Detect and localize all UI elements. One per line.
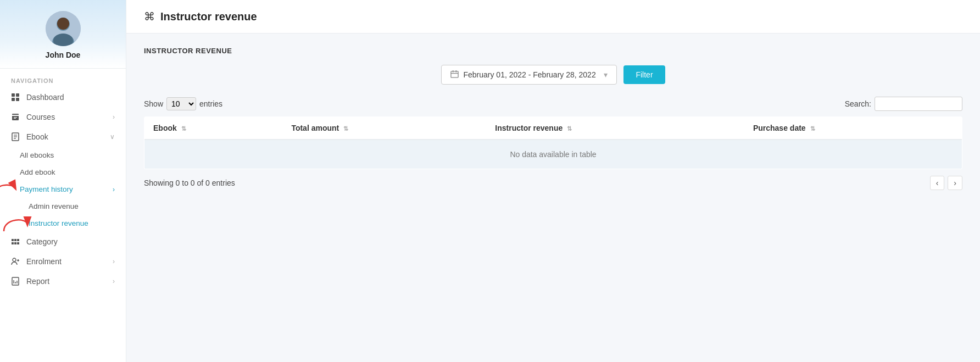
search-box: Search:: [845, 97, 962, 111]
ebook-icon: [11, 132, 20, 141]
show-entries: Show 10 25 50 100 entries: [144, 97, 222, 110]
date-range-chevron-icon: ▾: [604, 70, 608, 79]
table-row-empty: No data available in table: [144, 140, 962, 169]
red-arrow-payment: [0, 177, 21, 199]
svg-rect-7: [12, 98, 15, 101]
ebook-chevron-icon: ∨: [110, 133, 115, 141]
ebook-submenu: All ebooks Add ebook Payment history ›: [0, 147, 126, 232]
sidebar-item-courses-label: Courses: [26, 113, 55, 121]
enrolment-chevron-icon: ›: [113, 258, 115, 265]
instructor-sort-icon: ⇅: [567, 125, 572, 132]
filter-button[interactable]: Filter: [623, 65, 665, 84]
dashboard-icon: [11, 93, 20, 102]
pagination: ‹ ›: [930, 176, 962, 190]
svg-rect-5: [12, 93, 15, 97]
payment-history-chevron-icon: ›: [113, 186, 115, 193]
table-header: Ebook ⇅ Total amount ⇅ Instructor revenu…: [144, 117, 962, 140]
sidebar-item-payment-history-label: Payment history: [20, 185, 73, 193]
search-label: Search:: [845, 99, 871, 108]
calendar-icon: [450, 70, 459, 80]
sidebar-header: John Doe: [0, 0, 126, 69]
sidebar-item-all-ebooks[interactable]: All ebooks: [20, 147, 126, 164]
sidebar-item-dashboard-label: Dashboard: [26, 93, 64, 102]
ebook-sort-icon: ⇅: [181, 125, 186, 132]
sidebar-item-enrolment-label: Enrolment: [26, 257, 62, 266]
report-icon: [11, 277, 20, 286]
svg-rect-20: [451, 71, 458, 77]
sidebar-item-report[interactable]: Report ›: [0, 271, 126, 291]
sidebar-item-ebook[interactable]: Ebook ∨: [0, 127, 126, 147]
next-page-button[interactable]: ›: [948, 176, 962, 190]
col-purchase-date[interactable]: Purchase date ⇅: [744, 117, 962, 140]
sidebar-item-instructor-revenue-label: Instructor revenue: [29, 219, 88, 227]
page-title: Instructor revenue: [160, 10, 257, 23]
date-range-value: February 01, 2022 - February 28, 2022: [463, 70, 595, 79]
svg-rect-8: [16, 98, 19, 101]
sidebar-item-enrolment[interactable]: Enrolment ›: [0, 252, 126, 271]
table-controls: Show 10 25 50 100 entries Search:: [144, 97, 962, 111]
page-header-icon: ⌘: [144, 10, 155, 23]
show-label: Show: [144, 99, 163, 108]
date-range-picker[interactable]: February 01, 2022 - February 28, 2022 ▾: [441, 65, 617, 85]
sidebar-item-admin-revenue-label: Admin revenue: [29, 202, 79, 210]
sidebar-item-courses[interactable]: Courses ›: [0, 107, 126, 127]
sidebar-item-category[interactable]: Category: [0, 232, 126, 252]
sidebar-item-add-ebook-label: Add ebook: [20, 168, 55, 176]
sidebar-item-add-ebook[interactable]: Add ebook: [20, 164, 126, 181]
sidebar-item-instructor-revenue[interactable]: Instructor revenue: [29, 215, 126, 232]
purchase-sort-icon: ⇅: [810, 125, 815, 132]
data-table: Ebook ⇅ Total amount ⇅ Instructor revenu…: [144, 116, 962, 169]
page-header: ⌘ Instructor revenue: [126, 0, 980, 34]
total-sort-icon: ⇅: [343, 125, 348, 132]
prev-page-button[interactable]: ‹: [930, 176, 945, 190]
entries-select[interactable]: 10 25 50 100: [166, 97, 196, 110]
report-chevron-icon: ›: [113, 277, 115, 285]
search-input[interactable]: [875, 97, 962, 111]
filter-row: February 01, 2022 - February 28, 2022 ▾ …: [144, 65, 962, 85]
sidebar-item-report-label: Report: [26, 277, 49, 286]
table-body: No data available in table: [144, 140, 962, 169]
payment-submenu: Admin revenue Instructor revenue: [20, 198, 126, 232]
svg-point-3: [57, 18, 69, 30]
sidebar-item-category-label: Category: [26, 237, 58, 246]
courses-icon: [11, 113, 20, 121]
category-icon: [11, 237, 20, 246]
sidebar-item-ebook-label: Ebook: [26, 132, 48, 141]
showing-entries: Showing 0 to 0 of 0 entries: [144, 179, 235, 187]
sidebar-item-all-ebooks-label: All ebooks: [20, 151, 54, 159]
sidebar-item-payment-history-wrapper: Payment history ›: [20, 181, 126, 198]
svg-point-13: [13, 258, 16, 261]
col-total-amount[interactable]: Total amount ⇅: [282, 117, 486, 140]
svg-rect-16: [12, 277, 19, 285]
sidebar-item-dashboard[interactable]: Dashboard: [0, 87, 126, 107]
sidebar-item-admin-revenue[interactable]: Admin revenue: [29, 198, 126, 215]
svg-rect-6: [16, 93, 19, 97]
avatar: [46, 11, 81, 46]
empty-message: No data available in table: [144, 140, 962, 169]
sidebar-item-instructor-revenue-wrapper: Instructor revenue: [29, 215, 126, 232]
col-ebook[interactable]: Ebook ⇅: [144, 117, 283, 140]
sidebar: John Doe NAVIGATION Dashboard Courses › …: [0, 0, 126, 362]
nav-section-label: NAVIGATION: [0, 69, 126, 87]
table-footer: Showing 0 to 0 of 0 entries ‹ ›: [144, 176, 962, 190]
content-area: INSTRUCTOR REVENUE February 01, 2022 - F…: [126, 34, 980, 362]
user-name: John Doe: [46, 51, 81, 59]
main-content: ⌘ Instructor revenue INSTRUCTOR REVENUE …: [126, 0, 980, 362]
section-title: INSTRUCTOR REVENUE: [144, 47, 962, 55]
sidebar-item-payment-history[interactable]: Payment history ›: [20, 181, 126, 198]
col-instructor-revenue[interactable]: Instructor revenue ⇅: [486, 117, 744, 140]
entries-label: entries: [199, 99, 222, 108]
enrolment-icon: [11, 257, 20, 266]
courses-chevron-icon: ›: [113, 113, 115, 121]
